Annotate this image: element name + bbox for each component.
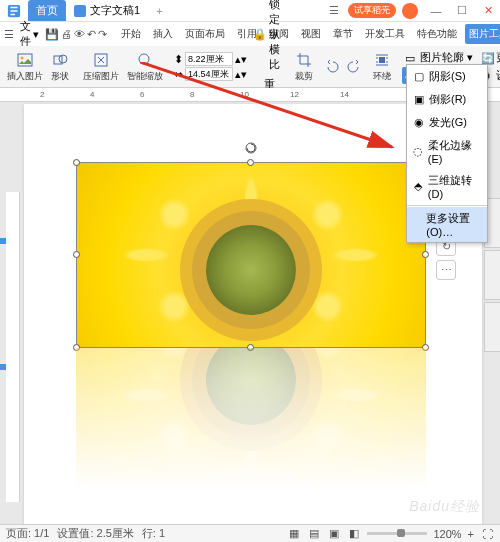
zoom-value: 120% — [433, 528, 461, 540]
width-icon: ⬌ — [174, 68, 183, 81]
size-controls: ⬍ ▴▾ ⬌ ▴▾ — [174, 52, 247, 81]
ribbon-tab-layout[interactable]: 页面布局 — [181, 24, 229, 44]
zoom-in-button[interactable]: + — [468, 528, 474, 540]
ribbon-tab-start[interactable]: 开始 — [117, 24, 145, 44]
dd-shadow[interactable]: ▢阴影(S) — [407, 65, 487, 88]
tab-home[interactable]: 首页 — [28, 0, 66, 21]
ribbon-tab-view[interactable]: 视图 — [297, 24, 325, 44]
zoom-slider[interactable] — [367, 532, 427, 535]
stepper-icon[interactable]: ▴▾ — [235, 53, 247, 66]
tool-smart-zoom[interactable]: 智能缩放 — [124, 51, 166, 83]
lock-icon: 🔒 — [253, 28, 267, 41]
watermark: Baidu经验 — [409, 498, 480, 516]
status-col: 行: 1 — [142, 526, 165, 541]
image-reflection — [76, 348, 426, 488]
rotate-right-icon[interactable] — [344, 58, 362, 76]
ribbon-tab-insert[interactable]: 插入 — [149, 24, 177, 44]
tool-wrap[interactable]: 环绕 — [370, 51, 394, 83]
app-logo — [4, 1, 24, 21]
side-more-icon[interactable]: ⋯ — [436, 260, 456, 280]
change-icon: 🔄 — [481, 52, 493, 64]
doc-icon — [74, 5, 86, 17]
zoom-icon — [136, 51, 154, 69]
resize-handle-tm[interactable] — [247, 159, 254, 166]
tool-shape[interactable]: 形状 — [48, 51, 72, 83]
undo-icon[interactable]: ↶ — [87, 25, 96, 43]
dd-rotate3d[interactable]: ⬘三维旋转(D) — [407, 169, 487, 204]
vip-button[interactable]: 试享稻壳 — [348, 3, 396, 18]
effect-dropdown: ▢阴影(S) ▣倒影(R) ◉发光(G) ◌柔化边缘(E) ⬘三维旋转(D) 更… — [406, 64, 488, 243]
svg-point-6 — [139, 54, 149, 64]
outline-icon: ▭ — [405, 52, 417, 64]
file-menu[interactable]: 文件▾ — [16, 19, 43, 49]
svg-point-2 — [21, 56, 24, 59]
rotate3d-icon: ⬘ — [413, 181, 424, 193]
resize-handle-ml[interactable] — [73, 251, 80, 258]
stepper-icon[interactable]: ▴▾ — [235, 68, 247, 81]
tool-insert-pic[interactable]: 插入图片 — [4, 51, 46, 83]
view-mode-1-icon[interactable]: ▦ — [287, 527, 301, 541]
redo-icon[interactable]: ↷ — [98, 25, 107, 43]
chevron-down-icon: ▾ — [467, 51, 473, 64]
ribbon-tabs: 开始 插入 页面布局 引用 审阅 视图 章节 开发工具 特色功能 图片工具 — [117, 24, 500, 44]
ribbon-tab-picture[interactable]: 图片工具 — [465, 24, 500, 44]
tool-compress[interactable]: 压缩图片 — [80, 51, 122, 83]
status-page: 页面: 1/1 — [6, 526, 49, 541]
svg-rect-7 — [379, 57, 385, 63]
preview-icon[interactable]: 👁 — [74, 25, 85, 43]
avatar[interactable] — [402, 3, 418, 19]
minimize-button[interactable]: — — [424, 1, 448, 21]
tab-document[interactable]: 文字文稿1 — [66, 0, 148, 21]
edge-tab-3[interactable] — [484, 302, 500, 352]
sunflower-image[interactable] — [76, 162, 426, 348]
shape-icon — [51, 51, 69, 69]
login-icon[interactable]: ☰ — [322, 1, 346, 21]
chevron-down-icon: ▾ — [33, 28, 39, 41]
glow-icon: ◉ — [413, 117, 425, 129]
fullscreen-icon[interactable]: ⛶ — [480, 527, 494, 541]
left-markers — [0, 238, 6, 490]
rotate-left-icon[interactable] — [324, 58, 342, 76]
close-button[interactable]: ✕ — [476, 1, 500, 21]
view-mode-3-icon[interactable]: ▣ — [327, 527, 341, 541]
zoom-thumb[interactable] — [397, 529, 405, 537]
compress-icon — [92, 51, 110, 69]
tab-add[interactable]: + — [148, 2, 170, 20]
reflect-icon: ▣ — [413, 94, 425, 106]
dd-more-settings[interactable]: 更多设置(O)… — [407, 207, 487, 242]
resize-handle-tl[interactable] — [73, 159, 80, 166]
ribbon-tab-feature[interactable]: 特色功能 — [413, 24, 461, 44]
svg-point-4 — [59, 55, 67, 63]
marker-icon — [0, 238, 6, 244]
menu-icon[interactable]: ☰ — [4, 25, 14, 43]
marker-icon — [0, 364, 6, 370]
resize-handle-mr[interactable] — [422, 251, 429, 258]
soft-icon: ◌ — [413, 146, 424, 158]
print-icon[interactable]: 🖨 — [61, 25, 72, 43]
dd-reflect[interactable]: ▣倒影(R) — [407, 88, 487, 111]
crop-icon — [295, 51, 313, 69]
lock-ratio[interactable]: 🔒锁定纵横比 — [249, 0, 284, 74]
height-input[interactable] — [185, 52, 233, 66]
maximize-button[interactable]: ☐ — [450, 1, 474, 21]
width-input[interactable] — [185, 67, 233, 81]
shadow-icon: ▢ — [413, 71, 425, 83]
view-mode-4-icon[interactable]: ◧ — [347, 527, 361, 541]
status-bar: 页面: 1/1 设置值: 2.5厘米 行: 1 ▦ ▤ ▣ ◧ 120% + ⛶ — [0, 524, 500, 542]
picture-icon — [16, 51, 34, 69]
edge-tab-2[interactable] — [484, 250, 500, 300]
dd-glow[interactable]: ◉发光(G) — [407, 111, 487, 134]
rotate-handle[interactable] — [245, 142, 257, 154]
tool-crop[interactable]: 裁剪 — [292, 51, 316, 83]
view-mode-2-icon[interactable]: ▤ — [307, 527, 321, 541]
save-icon[interactable]: 💾 — [45, 25, 59, 43]
image-object[interactable] — [76, 162, 426, 488]
wrap-icon — [373, 51, 391, 69]
ruler-vertical[interactable] — [6, 192, 20, 502]
dd-soft[interactable]: ◌柔化边缘(E) — [407, 134, 487, 169]
ribbon-tab-section[interactable]: 章节 — [329, 24, 357, 44]
svg-rect-1 — [18, 54, 32, 66]
height-icon: ⬍ — [174, 53, 183, 66]
status-sel: 设置值: 2.5厘米 — [57, 526, 133, 541]
ribbon-tab-dev[interactable]: 开发工具 — [361, 24, 409, 44]
